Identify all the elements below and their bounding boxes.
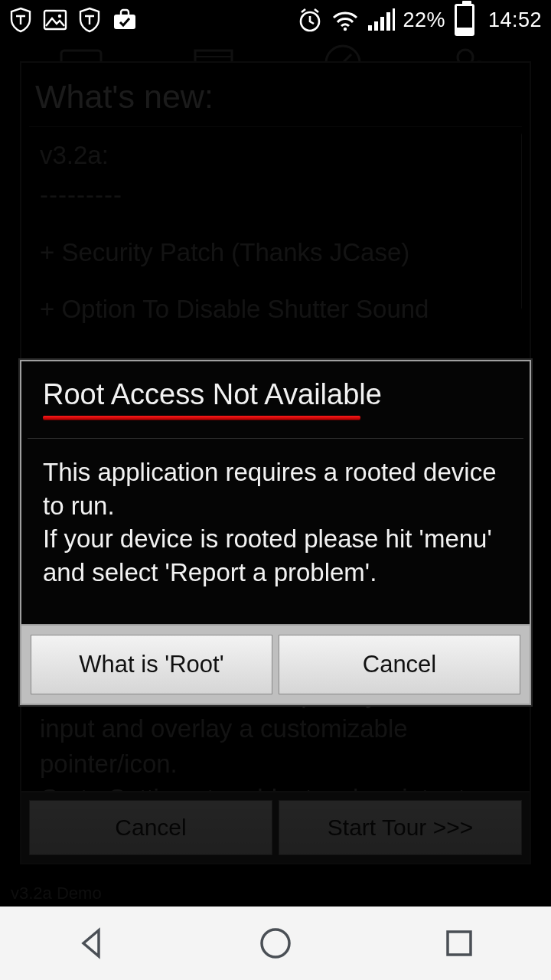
what-is-root-button[interactable]: What is 'Root' [31,635,272,694]
svg-point-17 [262,929,289,957]
svg-rect-7 [380,17,384,31]
svg-rect-18 [448,932,471,955]
battery-icon [453,4,474,36]
svg-rect-5 [368,25,372,31]
signal-icon [367,8,395,31]
gallery-icon [43,9,67,31]
back-button[interactable] [46,916,138,970]
status-bar: 22% 14:52 [0,0,551,40]
cancel-button[interactable]: Cancel [279,635,520,694]
briefcase-check-icon [112,8,138,31]
battery-percent: 22% [403,8,445,32]
home-button[interactable] [230,916,321,970]
root-dialog-body: This application requires a rooted devic… [21,439,530,624]
root-dialog-buttons: What is 'Root' Cancel [21,624,530,704]
root-dialog-title: Root Access Not Available [43,378,508,411]
alarm-icon [297,7,323,33]
clock: 14:52 [488,8,542,32]
svg-rect-9 [393,8,395,31]
shield-t-icon [9,7,32,33]
svg-rect-0 [44,11,66,29]
wifi-icon [331,8,360,31]
title-underline [43,416,360,420]
svg-point-1 [58,15,61,18]
recent-apps-button[interactable] [413,916,505,970]
svg-point-4 [344,28,347,31]
svg-rect-6 [374,21,378,31]
shield-t-icon-2 [78,7,101,33]
svg-rect-8 [386,12,390,31]
root-access-dialog: Root Access Not Available This applicati… [20,360,531,705]
navigation-bar [0,906,551,980]
